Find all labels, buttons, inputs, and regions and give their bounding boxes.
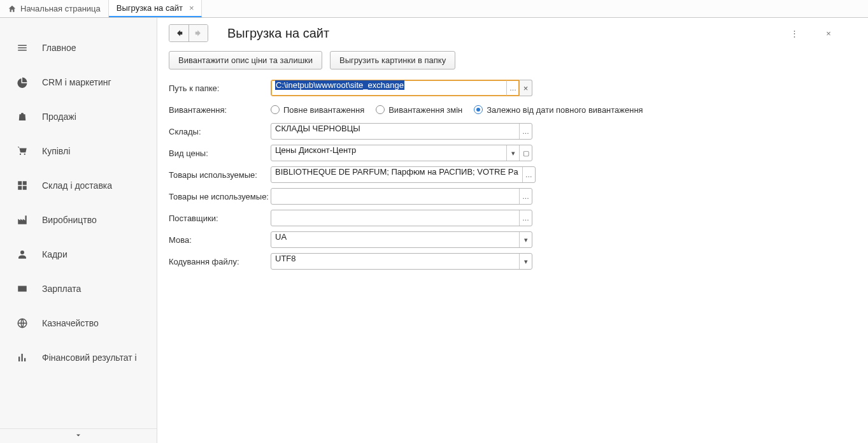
unload-label: Вивантаження:	[169, 105, 271, 115]
sidebar-expander[interactable]	[0, 428, 157, 443]
cart-icon	[17, 145, 28, 157]
sidebar-item-stock[interactable]: Склад і доставка	[0, 168, 157, 203]
path-input[interactable]: C:\inetpub\wwwroot\site_exchange …	[271, 80, 520, 96]
close-page-icon[interactable]: ×	[821, 25, 836, 41]
browse-button[interactable]: …	[506, 80, 519, 96]
price-type-label: Вид цены:	[169, 149, 271, 158]
warehouses-input[interactable]: СКЛАДЫ ЧЕРНОВЦЫ…	[271, 123, 532, 140]
tab-home[interactable]: Начальная страница	[0, 0, 109, 17]
encoding-select[interactable]: UTF8▾	[271, 253, 532, 270]
nav-back-button[interactable]	[169, 25, 189, 41]
close-icon[interactable]: ×	[187, 3, 194, 13]
nav-group	[169, 24, 208, 42]
price-type-input[interactable]: Цены Дисконт-Центр▾▢	[271, 145, 532, 161]
person-icon	[17, 249, 28, 260]
radio-full[interactable]: Повне вивантаження	[271, 105, 364, 115]
lang-label: Мова:	[169, 235, 271, 245]
sidebar-item-label: CRM і маркетинг	[42, 77, 111, 87]
sidebar-item-salary[interactable]: Зарплата	[0, 272, 157, 306]
sidebar-item-label: Купівлі	[42, 146, 70, 156]
home-icon	[8, 4, 17, 13]
tab-bar: Начальная страница Выгрузка на сайт ×	[0, 0, 868, 18]
card-icon	[17, 283, 28, 294]
path-label: Путь к папке:	[169, 84, 271, 93]
sidebar-item-treasury[interactable]: Казначейство	[0, 306, 157, 340]
sidebar-item-purchases[interactable]: Купівлі	[0, 134, 157, 168]
sidebar-item-label: Фінансовий результат і	[42, 352, 137, 363]
open-button[interactable]: ▢	[519, 145, 532, 161]
pick-button[interactable]: …	[519, 210, 532, 226]
warehouses-label: Склады:	[169, 127, 271, 136]
sidebar-item-production[interactable]: Виробництво	[0, 203, 157, 237]
sidebar-item-financial[interactable]: Фінансовий результат і	[0, 340, 157, 375]
goods-unused-input[interactable]: …	[271, 188, 532, 205]
tab-home-label: Начальная страница	[20, 4, 101, 13]
menu-icon	[17, 42, 28, 54]
pick-button[interactable]: …	[519, 124, 532, 139]
boxes-icon	[17, 180, 28, 191]
sidebar-item-label: Казначейство	[42, 318, 99, 328]
page-title: Выгрузка на сайт	[227, 26, 329, 41]
chevron-down-icon	[75, 432, 82, 439]
pick-button[interactable]: …	[522, 167, 535, 182]
tab-active-label: Выгрузка на сайт	[117, 3, 183, 13]
goods-used-input[interactable]: BIBLIOTHEQUE DE PARFUM; Парфюм на РАСПИВ…	[271, 166, 536, 183]
dropdown-button[interactable]: ▾	[519, 254, 532, 269]
encoding-label: Кодування файлу:	[169, 257, 271, 266]
goods-used-label: Товары используемые:	[169, 170, 271, 180]
sidebar-item-label: Склад і доставка	[42, 180, 112, 191]
globe-icon	[17, 317, 28, 329]
sidebar-item-label: Кадри	[42, 249, 68, 259]
sidebar-item-main[interactable]: Главное	[0, 31, 157, 65]
dropdown-button[interactable]: ▾	[506, 145, 519, 161]
more-vertical-icon[interactable]: ⋮	[786, 25, 802, 41]
pie-chart-icon	[17, 76, 28, 88]
export-pics-button[interactable]: Выгрузить картинки в папку	[330, 51, 455, 69]
lang-select[interactable]: UA▾	[271, 231, 532, 248]
dropdown-button[interactable]: ▾	[519, 232, 532, 247]
goods-unused-label: Товары не используемые:	[169, 192, 271, 201]
radio-depending[interactable]: Залежно від дати повного вивантаження	[474, 105, 643, 115]
radio-changes[interactable]: Вивантаження змін	[376, 105, 462, 115]
nav-forward-button[interactable]	[189, 25, 208, 41]
sidebar-item-label: Главное	[42, 43, 76, 53]
sidebar: Главное CRM і маркетинг Продажі Купівлі …	[0, 18, 157, 443]
sidebar-item-label: Зарплата	[42, 284, 81, 294]
export-desc-button[interactable]: Вивантажити опис ціни та залишки	[169, 51, 322, 69]
tab-active[interactable]: Выгрузка на сайт ×	[109, 0, 203, 17]
bag-icon	[17, 111, 28, 122]
sidebar-item-label: Виробництво	[42, 215, 97, 225]
factory-icon	[17, 214, 28, 226]
pick-button[interactable]: …	[519, 189, 532, 204]
sidebar-item-crm[interactable]: CRM і маркетинг	[0, 65, 157, 99]
path-value: C:\inetpub\wwwroot\site_exchange	[275, 80, 404, 90]
suppliers-input[interactable]: …	[271, 210, 532, 226]
sidebar-item-sales[interactable]: Продажі	[0, 99, 157, 134]
suppliers-label: Поставщики:	[169, 214, 271, 223]
sidebar-item-label: Продажі	[42, 112, 76, 122]
clear-button[interactable]: ×	[520, 80, 532, 96]
sidebar-item-hr[interactable]: Кадри	[0, 237, 157, 272]
bar-chart-icon	[17, 352, 28, 363]
